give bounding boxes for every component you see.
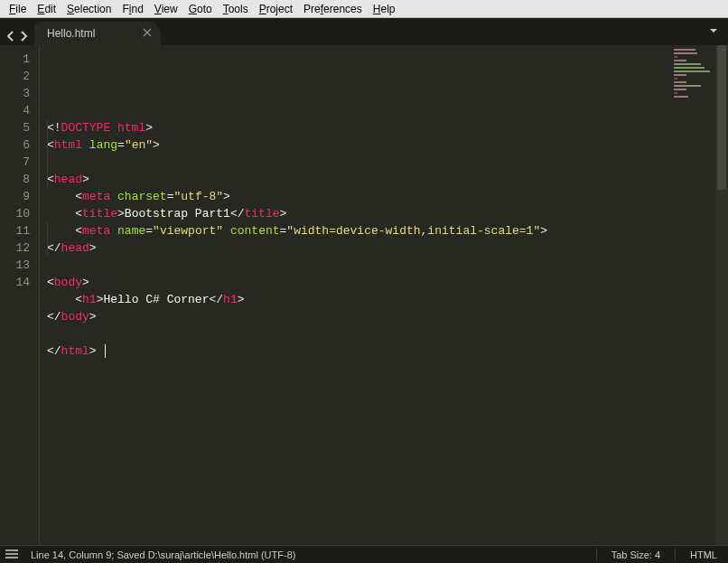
- line-number: 3: [0, 85, 30, 102]
- line-number: 5: [0, 119, 30, 136]
- code-line: </body>: [47, 308, 715, 325]
- code-line: [47, 325, 715, 342]
- code-line: [47, 257, 715, 274]
- tab-title: Hello.html: [47, 27, 95, 40]
- scrollbar-thumb[interactable]: [717, 45, 726, 190]
- code-line: <head>: [47, 171, 715, 188]
- line-number: 14: [0, 274, 30, 291]
- tab-active[interactable]: Hello.html: [34, 22, 161, 45]
- line-number: 6: [0, 136, 30, 154]
- code-line: </html>: [47, 342, 715, 360]
- code-line: <body>: [47, 274, 715, 291]
- menu-goto[interactable]: Goto: [183, 3, 218, 15]
- menu-bar: FileEditSelectionFindViewGotoToolsProjec…: [0, 0, 728, 18]
- line-number: 9: [0, 188, 30, 205]
- code-line: <h1>Hello C# Corner</h1>: [47, 291, 715, 308]
- close-icon[interactable]: [143, 27, 152, 36]
- code-line: <meta charset="utf-8">: [47, 188, 715, 205]
- indent-guide: [47, 222, 48, 257]
- code-area[interactable]: <!DOCTYPE html><html lang="en"> <head> <…: [40, 45, 715, 545]
- code-line: <html lang="en">: [47, 136, 715, 154]
- code-line: <!DOCTYPE html>: [47, 119, 715, 136]
- menu-view[interactable]: View: [149, 3, 183, 15]
- menu-selection[interactable]: Selection: [61, 3, 117, 15]
- line-number: 1: [0, 51, 30, 68]
- line-number: 11: [0, 222, 30, 239]
- code-line: [47, 154, 715, 171]
- nav-arrows: [4, 31, 34, 45]
- vertical-scrollbar[interactable]: [715, 45, 728, 545]
- tab-bar: Hello.html: [0, 18, 728, 45]
- nav-forward-icon[interactable]: [18, 31, 29, 42]
- line-number: 10: [0, 205, 30, 222]
- indent-guide: [47, 119, 48, 188]
- status-tabsize[interactable]: Tab Size: 4: [606, 549, 666, 560]
- menu-project[interactable]: Project: [254, 3, 298, 15]
- line-number: 12: [0, 239, 30, 257]
- status-bar: Line 14, Column 9; Saved D:\suraj\articl…: [0, 545, 728, 563]
- menu-edit[interactable]: Edit: [32, 3, 61, 15]
- text-cursor: [105, 344, 106, 358]
- code-line: <meta name="viewport" content="width=dev…: [47, 222, 715, 239]
- menu-help[interactable]: Help: [368, 3, 401, 15]
- menu-preferences[interactable]: Preferences: [298, 3, 368, 15]
- line-number: 2: [0, 68, 30, 85]
- menu-icon[interactable]: [5, 549, 18, 560]
- line-number: 4: [0, 102, 30, 119]
- line-number: 7: [0, 154, 30, 171]
- code-line: </head>: [47, 239, 715, 257]
- tab-dropdown-icon[interactable]: [708, 25, 719, 40]
- menu-tools[interactable]: Tools: [218, 3, 254, 15]
- line-number-gutter: 1234567891011121314: [0, 45, 40, 545]
- status-syntax[interactable]: HTML: [685, 549, 723, 560]
- menu-find[interactable]: Find: [117, 3, 148, 15]
- line-number: 8: [0, 171, 30, 188]
- menu-file[interactable]: File: [4, 3, 32, 15]
- nav-back-icon[interactable]: [5, 31, 16, 42]
- status-position[interactable]: Line 14, Column 9; Saved D:\suraj\articl…: [25, 549, 301, 560]
- code-line: <title>Bootstrap Part1</title>: [47, 205, 715, 222]
- line-number: 13: [0, 257, 30, 274]
- editor: 1234567891011121314 <!DOCTYPE html><html…: [0, 45, 728, 545]
